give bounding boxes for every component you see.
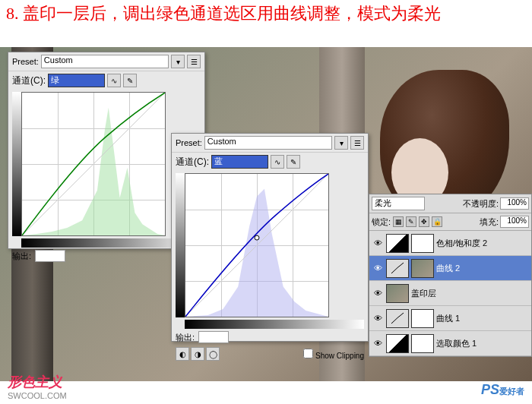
pencil-mode-icon[interactable]: ✎ bbox=[287, 155, 300, 169]
adjustment-thumb bbox=[386, 334, 409, 353]
fill-label: 填充: bbox=[480, 216, 499, 228]
lock-position-icon[interactable]: ✥ bbox=[419, 216, 429, 227]
image-thumb bbox=[386, 284, 409, 303]
layer-row[interactable]: 👁 盖印层 bbox=[369, 281, 531, 306]
channel-dropdown[interactable]: 绿 bbox=[48, 74, 105, 87]
vertical-gradient bbox=[176, 173, 185, 317]
lock-all-icon[interactable]: 🔒 bbox=[432, 216, 442, 227]
adjustment-thumb bbox=[386, 234, 409, 253]
channel-dropdown[interactable]: 蓝 bbox=[211, 155, 268, 169]
show-clipping-checkbox[interactable]: Show Clipping bbox=[303, 349, 364, 360]
opacity-label: 不透明度: bbox=[463, 198, 499, 210]
preset-menu-icon[interactable]: ▾ bbox=[334, 136, 348, 150]
fill-value[interactable]: 100% bbox=[500, 216, 529, 228]
curve-mode-icon[interactable]: ∿ bbox=[107, 74, 121, 87]
eyedropper-white-icon[interactable]: ◯ bbox=[206, 347, 220, 361]
output-label: 输出: bbox=[176, 332, 195, 343]
channel-label: 通道(C): bbox=[12, 74, 46, 87]
vertical-gradient bbox=[12, 92, 21, 236]
visibility-eye-icon[interactable]: 👁 bbox=[372, 287, 384, 299]
output-value-input[interactable] bbox=[35, 250, 65, 262]
blend-mode-dropdown[interactable]: 柔光 bbox=[372, 197, 425, 210]
svg-line-1 bbox=[185, 174, 328, 317]
opacity-value[interactable]: 100% bbox=[500, 197, 529, 210]
curve-mode-icon[interactable]: ∿ bbox=[271, 155, 284, 169]
layer-name: 曲线 2 bbox=[436, 263, 529, 274]
visibility-eye-icon[interactable]: 👁 bbox=[372, 312, 384, 324]
curves-dialog-blue: Preset: Custom ▾ ☰ 通道(C): 蓝 ∿ ✎ 输出: ◐ bbox=[171, 133, 369, 342]
preset-dropdown[interactable]: Custom bbox=[41, 55, 169, 68]
layer-row[interactable]: 👁 选取颜色 1 bbox=[369, 331, 531, 356]
panel-menu-icon[interactable]: ☰ bbox=[350, 136, 364, 150]
layer-name: 色相/饱和度 2 bbox=[436, 238, 529, 249]
output-value-input[interactable] bbox=[198, 331, 229, 343]
eyedropper-gray-icon[interactable]: ◑ bbox=[191, 347, 204, 361]
mask-thumb bbox=[411, 309, 434, 328]
preset-dropdown[interactable]: Custom bbox=[204, 136, 332, 150]
preset-label: Preset: bbox=[12, 57, 39, 66]
channel-label: 通道(C): bbox=[176, 156, 209, 169]
visibility-eye-icon[interactable]: 👁 bbox=[372, 262, 384, 274]
curves-thumb bbox=[386, 259, 409, 278]
lock-label: 锁定: bbox=[372, 216, 391, 228]
svg-point-2 bbox=[255, 235, 259, 240]
curve-graph[interactable] bbox=[21, 92, 166, 236]
layer-row[interactable]: 👁 色相/饱和度 2 bbox=[369, 231, 531, 256]
layers-panel: 柔光 不透明度: 100% 锁定: ▦ ✎ ✥ 🔒 填充: 100% 👁 色相/… bbox=[369, 194, 532, 357]
curve-graph[interactable] bbox=[185, 173, 329, 317]
layer-name: 盖印层 bbox=[411, 288, 529, 299]
step-instruction: 8. 盖印一层后，调出绿色通道选区用曲线调整，模式为柔光 bbox=[0, 0, 532, 28]
svg-line-0 bbox=[22, 93, 165, 235]
curves-thumb bbox=[386, 309, 409, 328]
output-label: 输出: bbox=[12, 251, 31, 262]
horizontal-gradient bbox=[185, 320, 364, 329]
eyedropper-black-icon[interactable]: ◐ bbox=[176, 347, 189, 361]
mask-thumb bbox=[411, 234, 434, 253]
watermark-ps: PS爱好者 bbox=[481, 382, 524, 398]
layer-row[interactable]: 👁 曲线 2 bbox=[369, 256, 531, 281]
visibility-eye-icon[interactable]: 👁 bbox=[372, 337, 384, 349]
preset-label: Preset: bbox=[176, 138, 202, 147]
lock-pixels-icon[interactable]: ✎ bbox=[406, 216, 416, 227]
lock-transparent-icon[interactable]: ▦ bbox=[393, 216, 404, 227]
panel-menu-icon[interactable]: ☰ bbox=[187, 55, 201, 68]
layer-list: 👁 色相/饱和度 2 👁 曲线 2 👁 盖印层 👁 曲线 1 👁 选取颜色 bbox=[369, 231, 531, 356]
visibility-eye-icon[interactable]: 👁 bbox=[372, 237, 384, 249]
mask-thumb bbox=[411, 259, 434, 278]
watermark-swcool: 形色主义 SWCOOL.COM bbox=[8, 373, 67, 400]
preset-menu-icon[interactable]: ▾ bbox=[171, 55, 185, 68]
layer-row[interactable]: 👁 曲线 1 bbox=[369, 306, 531, 331]
mask-thumb bbox=[411, 334, 434, 353]
pencil-mode-icon[interactable]: ✎ bbox=[123, 74, 137, 87]
layer-name: 曲线 1 bbox=[436, 313, 529, 324]
layer-name: 选取颜色 1 bbox=[436, 338, 529, 349]
